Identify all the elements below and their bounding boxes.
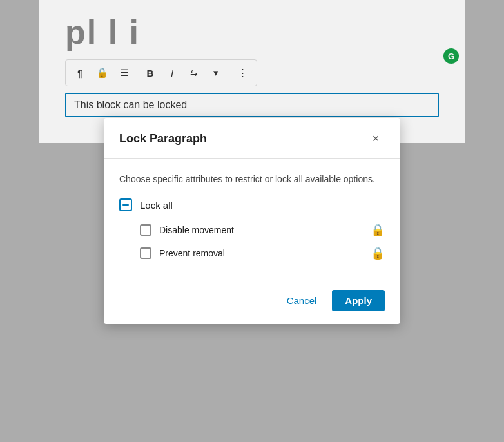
- modal-footer: Cancel Apply: [104, 282, 400, 324]
- lock-all-row: Lock all: [119, 198, 385, 211]
- prevent-removal-row: Prevent removal 🔒: [140, 246, 385, 260]
- sub-options: Disable movement 🔒 Prevent removal 🔒: [119, 223, 385, 260]
- disable-movement-row: Disable movement 🔒: [140, 223, 385, 237]
- modal-header: Lock Paragraph ×: [104, 118, 400, 159]
- close-icon: ×: [373, 132, 380, 146]
- prevent-removal-label[interactable]: Prevent removal: [159, 248, 371, 258]
- modal-body: Choose specific attributes to restrict o…: [104, 159, 400, 282]
- modal-description: Choose specific attributes to restrict o…: [119, 174, 385, 184]
- apply-button[interactable]: Apply: [332, 290, 385, 311]
- disable-movement-label[interactable]: Disable movement: [159, 225, 371, 235]
- lock-all-checkbox[interactable]: [119, 198, 132, 211]
- modal-title: Lock Paragraph: [119, 132, 207, 146]
- lock-paragraph-modal: Lock Paragraph × Choose specific attribu…: [104, 118, 400, 324]
- disable-movement-lock-icon: 🔒: [371, 223, 385, 237]
- lock-all-label[interactable]: Lock all: [140, 200, 173, 211]
- disable-movement-checkbox[interactable]: [140, 224, 151, 236]
- modal-overlay: Lock Paragraph × Choose specific attribu…: [0, 0, 504, 442]
- cancel-button[interactable]: Cancel: [279, 290, 325, 311]
- prevent-removal-lock-icon: 🔒: [371, 246, 385, 260]
- prevent-removal-checkbox[interactable]: [140, 247, 151, 259]
- modal-close-button[interactable]: ×: [367, 130, 385, 148]
